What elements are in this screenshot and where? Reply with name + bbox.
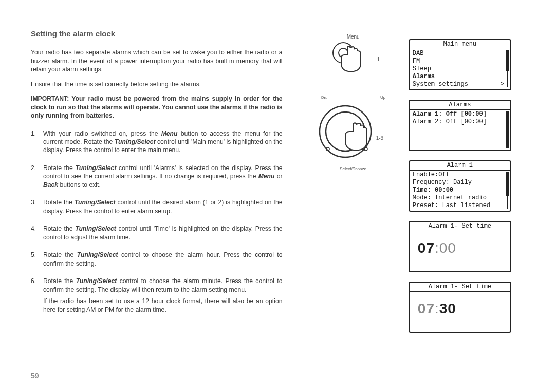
step-item: Rotate the Tuning/Select control to choo… <box>31 277 282 314</box>
display-screens-column: Main menu DAB FM Sleep Alarms System set… <box>409 29 524 392</box>
screen-header: Alarm 1 <box>410 161 510 171</box>
illustration-step-1: 1 <box>377 57 380 62</box>
screen-header: Alarms <box>410 101 510 110</box>
screen-main-menu: Main menu DAB FM Sleep Alarms System set… <box>409 39 511 90</box>
step-item: Rotate the Tuning/Select control until '… <box>31 225 282 241</box>
tuning-dial-illustration: On. Up 1-6 Select/Snooze <box>309 95 397 171</box>
illustration-step-1-6: 1-6 <box>376 135 383 141</box>
intro-paragraph-2: Ensure that the time is set correctly be… <box>31 80 282 88</box>
scrollbar <box>506 111 509 148</box>
page-number: 59 <box>31 371 39 380</box>
step-item: Rotate the Tuning/Select control to choo… <box>31 251 282 268</box>
dial-left-label: On. <box>321 95 327 100</box>
screen-set-time-hour: Alarm 1- Set time 07:00 <box>409 221 511 272</box>
instructions-column: Setting the alarm clock Your radio has t… <box>31 29 298 392</box>
illustration-column: Menu 1 On. Up <box>298 29 408 392</box>
time-minutes: 00 <box>439 240 456 256</box>
menu-button-illustration: Menu 1 <box>317 34 389 81</box>
step-item: With your radio switched on, press the M… <box>31 129 282 155</box>
screen-alarms: Alarms Alarm 1: Off [00:00] Alarm 2: Off… <box>409 100 511 151</box>
time-hours: 07 <box>418 301 435 316</box>
time-hours: 07 <box>418 240 435 256</box>
menu-label: Menu <box>317 34 389 40</box>
time-minutes: 30 <box>439 301 456 316</box>
screen-alarm-1: Alarm 1 Enable:Off Frequency: Daily Time… <box>409 160 511 212</box>
screen-set-time-minute: Alarm 1- Set time 07:30 <box>409 282 511 333</box>
screen-header: Alarm 1- Set time <box>410 283 510 292</box>
screen-header: Alarm 1- Set time <box>410 222 510 231</box>
step-item: Rotate the Tuning/Select control until t… <box>31 198 282 215</box>
scrollbar <box>506 50 509 87</box>
important-notice: IMPORTANT: Your radio must be powered fr… <box>31 95 282 120</box>
scrollbar <box>506 172 509 209</box>
screen-header: Main menu <box>410 40 510 49</box>
step-extra-note: If the radio has been set to use a 12 ho… <box>43 297 282 314</box>
rotate-dial-icon <box>309 100 397 166</box>
dial-bottom-label: Select/Snooze <box>309 166 397 171</box>
steps-list: With your radio switched on, press the M… <box>31 129 282 314</box>
dial-right-label: Up <box>380 95 385 100</box>
step-item: Rotate the Tuning/Select control until '… <box>31 164 282 189</box>
press-button-icon <box>325 40 381 81</box>
intro-paragraph-1: Your radio has two separate alarms which… <box>31 48 282 73</box>
page-title: Setting the alarm clock <box>31 29 282 39</box>
